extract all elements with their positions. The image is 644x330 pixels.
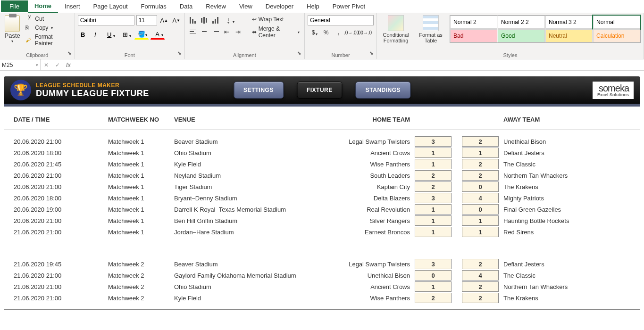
cell-venue[interactable]: Beaver Stadium (174, 261, 297, 268)
cell-venue[interactable]: Jordan–Hare Stadium (174, 229, 297, 236)
fixture-button[interactable]: FIXTURE (297, 82, 343, 99)
alignment-launcher[interactable]: ⬊ (296, 50, 302, 57)
align-right-button[interactable] (210, 26, 221, 37)
style-cell[interactable]: Normal 2 (450, 16, 497, 29)
bold-button[interactable]: B (78, 29, 88, 40)
cell-away-score[interactable]: 2 (462, 293, 499, 303)
cell-venue[interactable]: Bryant–Denny Stadium (174, 195, 297, 202)
wrap-text-button[interactable]: ↩Wrap Text (250, 15, 301, 24)
enter-formula-button[interactable]: ✓ (52, 62, 63, 68)
cell-matchweek[interactable]: Matchweek 1 (108, 195, 174, 202)
tab-formulas[interactable]: Formulas (134, 0, 173, 12)
tab-view[interactable]: View (233, 0, 259, 12)
cell-home-team[interactable]: Kaptain City (297, 183, 415, 190)
border-button[interactable]: ⊞ (118, 29, 133, 40)
cell-venue[interactable]: Gaylord Family Oklahoma Memorial Stadium (174, 272, 297, 279)
cell-datetime[interactable]: 20.06.2020 21:45 (14, 161, 108, 168)
style-cell[interactable]: Normal (593, 16, 640, 29)
font-size-select[interactable] (136, 15, 157, 25)
cell-home-team[interactable]: Unethical Bison (297, 272, 415, 279)
align-center-button[interactable] (199, 26, 209, 37)
cell-away-team[interactable]: The Classic (499, 272, 630, 279)
cell-matchweek[interactable]: Matchweek 1 (108, 161, 174, 168)
cell-home-score[interactable]: 0 (415, 270, 452, 280)
style-cell[interactable]: Calculation (593, 29, 640, 42)
cell-away-score[interactable]: 2 (462, 136, 499, 147)
cell-away-team[interactable]: Haunting Bottle Rockets (499, 217, 630, 224)
paste-button[interactable]: Paste ▾ (3, 15, 22, 43)
increase-font-button[interactable]: A▲ (159, 15, 169, 25)
cell-datetime[interactable]: 20.06.2020 18:00 (14, 195, 108, 202)
orientation-button[interactable]: ⭭ (222, 15, 236, 25)
cell-away-score[interactable]: 1 (462, 148, 499, 158)
font-color-button[interactable]: A (151, 29, 165, 40)
cell-away-score[interactable]: 0 (462, 204, 499, 214)
cell-away-team[interactable]: Unethical Bison (499, 138, 630, 145)
cell-home-score[interactable]: 3 (415, 136, 452, 147)
cell-away-team[interactable]: Northern Tan Whackers (499, 172, 630, 179)
cell-venue[interactable]: Darrell K Royal–Texas Memorial Stadium (174, 206, 297, 213)
cell-away-team[interactable]: The Krakens (499, 183, 630, 190)
cell-matchweek[interactable]: Matchweek 1 (108, 138, 174, 145)
cell-home-score[interactable]: 1 (415, 148, 452, 158)
cell-away-team[interactable]: Mighty Patriots (499, 195, 630, 202)
cell-datetime[interactable]: 21.06.2020 21:00 (14, 295, 108, 302)
fill-color-button[interactable]: 🪣 (134, 29, 149, 40)
cell-away-score[interactable]: 2 (462, 259, 499, 269)
cell-venue[interactable]: Ohio Stadium (174, 283, 297, 290)
cell-home-score[interactable]: 1 (415, 204, 452, 214)
cell-matchweek[interactable]: Matchweek 1 (108, 183, 174, 190)
cell-home-score[interactable]: 3 (415, 259, 452, 269)
cell-matchweek[interactable]: Matchweek 1 (108, 149, 174, 157)
cell-venue[interactable]: Beaver Stadium (174, 138, 297, 145)
tab-home[interactable]: Home (28, 0, 58, 13)
tab-help[interactable]: Help (300, 0, 326, 12)
cell-home-score[interactable]: 1 (415, 227, 452, 237)
cell-home-team[interactable]: Ancient Crows (297, 149, 415, 157)
cell-home-team[interactable]: Wise Panthers (297, 295, 415, 302)
cell-home-score[interactable]: 1 (415, 281, 452, 292)
cell-home-team[interactable]: Wise Panthers (297, 161, 415, 168)
cell-away-team[interactable]: Defiant Jesters (499, 261, 630, 268)
cell-matchweek[interactable]: Matchweek 2 (108, 283, 174, 290)
cell-away-score[interactable]: 2 (462, 170, 499, 181)
cell-datetime[interactable]: 21.06.2020 19:45 (14, 261, 108, 268)
cell-datetime[interactable]: 21.06.2020 21:00 (14, 229, 108, 236)
cut-button[interactable]: ✂Cut (25, 15, 71, 23)
increase-decimal-button[interactable]: .0→.00 (346, 27, 357, 38)
cell-home-team[interactable]: Delta Blazers (297, 195, 415, 202)
cell-venue[interactable]: Tiger Stadium (174, 183, 297, 190)
cell-matchweek[interactable]: Matchweek 1 (108, 217, 174, 224)
format-as-table-button[interactable]: Format as Table (415, 15, 447, 43)
cell-away-score[interactable]: 4 (462, 270, 499, 280)
cell-datetime[interactable]: 20.06.2020 21:00 (14, 172, 108, 179)
align-top-button[interactable] (188, 15, 198, 25)
decrease-font-button[interactable]: A▼ (171, 15, 182, 25)
number-format-select[interactable] (308, 15, 374, 25)
cell-home-team[interactable]: Earnest Broncos (297, 229, 415, 236)
cell-away-score[interactable]: 4 (462, 193, 499, 203)
tab-file[interactable]: File (1, 0, 28, 12)
style-cell[interactable]: Normal 2 2 (498, 16, 545, 29)
decrease-decimal-button[interactable]: .00→.0 (359, 27, 370, 38)
cell-venue[interactable]: Ohio Stadium (174, 149, 297, 157)
tab-data[interactable]: Data (173, 0, 199, 12)
cell-away-score[interactable]: 1 (462, 215, 499, 226)
cell-datetime[interactable]: 20.06.2020 21:00 (14, 217, 108, 224)
clipboard-launcher[interactable]: ⬊ (66, 50, 73, 57)
cell-home-team[interactable]: Real Revolution (297, 206, 415, 213)
cell-venue[interactable]: Kyle Field (174, 161, 297, 168)
style-cell[interactable]: Good (498, 29, 545, 42)
cell-home-team[interactable]: Silver Rangers (297, 217, 415, 224)
format-painter-button[interactable]: 🖌Format Painter (25, 33, 71, 47)
cell-away-score[interactable]: 2 (462, 281, 499, 292)
decrease-indent-button[interactable]: ⇤ (222, 26, 232, 37)
italic-button[interactable]: I (90, 29, 100, 40)
cell-away-score[interactable]: 1 (462, 227, 499, 237)
cell-datetime[interactable]: 20.06.2020 21:00 (14, 138, 108, 145)
cell-datetime[interactable]: 20.06.2020 18:00 (14, 149, 108, 157)
cell-away-team[interactable]: Northern Tan Whackers (499, 283, 630, 290)
cell-home-team[interactable]: South Leaders (297, 172, 415, 179)
cell-venue[interactable]: Ben Hill Griffin Stadium (174, 217, 297, 224)
cell-matchweek[interactable]: Matchweek 2 (108, 272, 174, 279)
